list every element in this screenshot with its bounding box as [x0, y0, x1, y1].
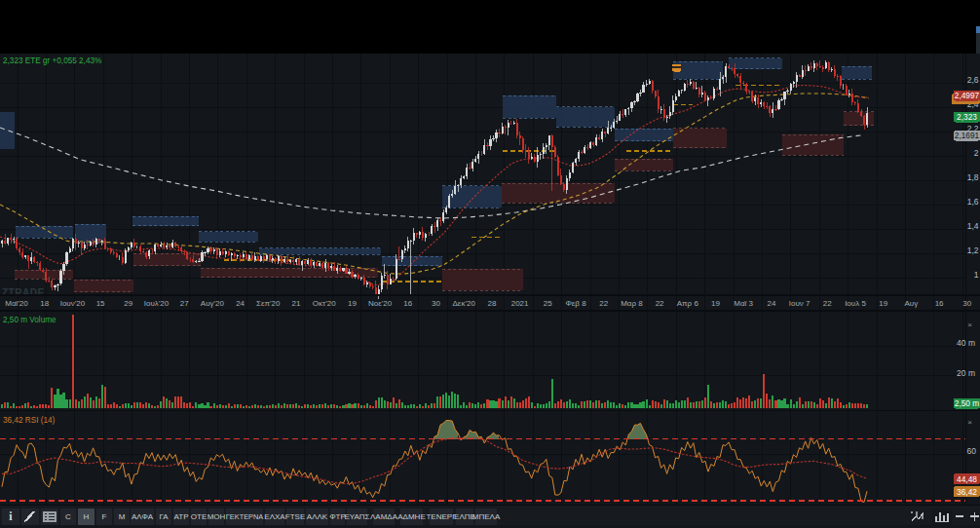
- svg-text:ΕΛΧΑ: ΕΛΧΑ: [264, 512, 285, 521]
- svg-text:ΑΔΜΗΕ: ΑΔΜΗΕ: [397, 512, 425, 521]
- svg-text:Σεπ'20: Σεπ'20: [256, 299, 281, 308]
- svg-text:22: 22: [599, 299, 608, 308]
- svg-text:2,50 m Volume: 2,50 m Volume: [3, 316, 57, 324]
- svg-text:ΓΕΚΤΕΡΝΑ: ΓΕΚΤΕΡΝΑ: [226, 512, 264, 521]
- svg-text:2,323: 2,323: [957, 112, 977, 122]
- svg-text:ΤΕΝΕΡΓ: ΤΕΝΕΡΓ: [426, 512, 457, 521]
- svg-text:Ιουν 7: Ιουν 7: [789, 299, 810, 308]
- svg-text:Ιουλ'20: Ιουλ'20: [144, 299, 170, 308]
- svg-text:Φεβ 8: Φεβ 8: [565, 299, 586, 308]
- svg-text:C: C: [65, 512, 71, 521]
- svg-text:40 m: 40 m: [957, 338, 975, 348]
- svg-text:Αυγ'20: Αυγ'20: [201, 299, 225, 308]
- svg-text:44,48: 44,48: [957, 474, 977, 484]
- svg-text:16: 16: [403, 299, 412, 308]
- svg-text:16: 16: [935, 299, 944, 308]
- svg-text:ΛΑΜΔΑ: ΛΑΜΔΑ: [370, 512, 398, 521]
- svg-text:19: 19: [348, 299, 357, 308]
- svg-text:M: M: [119, 512, 126, 521]
- svg-text:60: 60: [967, 446, 977, 456]
- svg-text:18: 18: [40, 299, 49, 308]
- svg-text:ΓΑ: ΓΑ: [159, 512, 169, 521]
- svg-text:2021: 2021: [511, 299, 529, 308]
- svg-text:Μαϊ 3: Μαϊ 3: [734, 299, 753, 308]
- svg-text:ΕΥΑΠΣ: ΕΥΑΠΣ: [344, 512, 369, 521]
- svg-text:22: 22: [823, 299, 832, 308]
- svg-text:ZTRADE: ZTRADE: [2, 287, 45, 298]
- svg-text:29: 29: [124, 299, 132, 308]
- svg-text:2,6: 2,6: [967, 75, 979, 85]
- svg-text:ΜΟΗ: ΜΟΗ: [207, 512, 226, 521]
- svg-text:2,4997: 2,4997: [955, 91, 980, 100]
- svg-text:22: 22: [656, 299, 664, 308]
- svg-text:19: 19: [879, 299, 887, 308]
- svg-text:2,50 m: 2,50 m: [955, 398, 979, 408]
- svg-text:×: ×: [967, 418, 972, 427]
- svg-text:1,2: 1,2: [967, 245, 979, 255]
- svg-text:2,323 ΕΤΕ gr +0,055 2,43%: 2,323 ΕΤΕ gr +0,055 2,43%: [3, 57, 101, 65]
- svg-text:Αυγ: Αυγ: [905, 299, 919, 308]
- svg-text:24: 24: [236, 299, 245, 308]
- svg-text:Απρ 6: Απρ 6: [677, 299, 699, 308]
- svg-text:2,1691: 2,1691: [955, 131, 980, 140]
- svg-text:30: 30: [962, 299, 971, 308]
- svg-text:ΑΛΛΚ: ΑΛΛΚ: [307, 512, 328, 521]
- svg-text:ΦΤΡ: ΦΤΡ: [329, 512, 346, 521]
- svg-text:F: F: [102, 512, 107, 521]
- svg-text:24: 24: [767, 299, 775, 308]
- svg-text:21: 21: [292, 299, 301, 308]
- svg-text:ΑΛΦΑ: ΑΛΦΑ: [132, 512, 154, 521]
- svg-text:36,42: 36,42: [957, 487, 977, 497]
- svg-text:19: 19: [711, 299, 720, 308]
- svg-text:Ιουν'20: Ιουν'20: [60, 299, 86, 308]
- svg-text:28: 28: [487, 299, 496, 308]
- svg-text:1,8: 1,8: [967, 172, 979, 182]
- svg-text:Μαρ 8: Μαρ 8: [621, 299, 643, 308]
- svg-text:1,6: 1,6: [967, 197, 979, 207]
- svg-text:36,42 RSI (14): 36,42 RSI (14): [3, 416, 56, 425]
- svg-text:1: 1: [974, 270, 979, 280]
- svg-text:Νοε'20: Νοε'20: [368, 299, 393, 308]
- svg-text:25: 25: [544, 299, 552, 308]
- svg-text:30: 30: [432, 299, 440, 308]
- svg-text:2: 2: [974, 148, 979, 158]
- svg-text:27: 27: [180, 299, 189, 308]
- svg-text:×: ×: [967, 321, 972, 329]
- svg-text:FTSE: FTSE: [285, 512, 305, 521]
- svg-text:Ιουλ 5: Ιουλ 5: [845, 299, 866, 308]
- svg-text:15: 15: [96, 299, 105, 308]
- svg-text:ΜΠΕΛΑ: ΜΠΕΛΑ: [472, 512, 501, 521]
- svg-text:ΟΤΕ: ΟΤΕ: [191, 512, 207, 521]
- svg-text:ΑΤΡ: ΑΤΡ: [174, 512, 189, 521]
- svg-text:Μαϊ'20: Μαϊ'20: [5, 299, 28, 308]
- svg-text:1,4: 1,4: [967, 221, 979, 231]
- svg-text:Οκτ'20: Οκτ'20: [313, 299, 336, 308]
- svg-text:20 m: 20 m: [957, 368, 975, 378]
- svg-text:H: H: [84, 512, 90, 521]
- svg-text:Δεκ'20: Δεκ'20: [453, 299, 476, 308]
